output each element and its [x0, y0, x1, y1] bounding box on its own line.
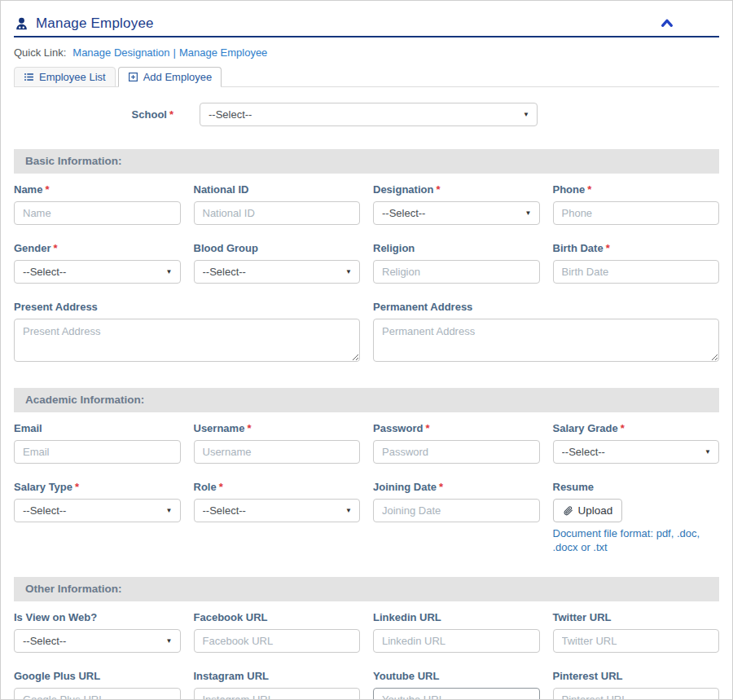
blood-group-label: Blood Group — [194, 242, 361, 254]
section-academic-information: Academic Information: — [14, 388, 719, 412]
national-id-label: National ID — [194, 183, 361, 196]
phone-input[interactable] — [553, 201, 720, 225]
tab-add-employee-label: Add Employee — [143, 71, 213, 83]
tab-employee-list[interactable]: Employee List — [14, 67, 116, 87]
quick-link-bar: Quick Link:Manage Designation|Manage Emp… — [14, 46, 719, 59]
page-title: Manage Employee — [36, 15, 154, 32]
google-plus-url-field: Google Plus URL — [14, 670, 181, 700]
twitter-url-label: Twitter URL — [553, 611, 720, 623]
linkedin-url-input[interactable] — [373, 629, 540, 653]
gender-field: Gender* --Select-- ▼ — [14, 242, 181, 284]
resume-field: Resume Upload Document file format: pdf,… — [553, 481, 720, 554]
salary-grade-field: Salary Grade* --Select-- ▼ — [553, 422, 720, 464]
password-field: Password* — [373, 422, 540, 464]
school-select[interactable]: --Select-- — [200, 103, 538, 126]
birth-date-field: Birth Date* — [553, 242, 720, 284]
youtube-url-field: Youtube URL — [373, 670, 540, 700]
email-field: Email — [14, 422, 181, 464]
is-view-on-web-label: Is View on Web? — [14, 611, 181, 623]
permanent-address-field: Permanent Address — [373, 301, 719, 365]
facebook-url-field: Facebook URL — [194, 611, 361, 653]
facebook-url-input[interactable] — [194, 629, 361, 653]
link-separator: | — [173, 46, 176, 59]
password-input[interactable] — [373, 440, 540, 464]
youtube-url-input[interactable] — [373, 688, 540, 700]
joining-date-label: Joining Date* — [373, 481, 540, 493]
youtube-url-label: Youtube URL — [373, 670, 540, 682]
required-asterisk: * — [606, 242, 610, 254]
twitter-url-input[interactable] — [553, 629, 720, 653]
required-asterisk: * — [247, 422, 251, 434]
form-row: Google Plus URL Instagram URL Youtube UR… — [14, 670, 719, 700]
employee-icon — [14, 16, 29, 32]
instagram-url-field: Instagram URL — [194, 670, 361, 700]
name-field: Name* — [14, 183, 181, 225]
designation-select[interactable]: --Select-- — [373, 201, 540, 225]
required-asterisk: * — [169, 108, 173, 121]
required-asterisk: * — [219, 481, 223, 493]
upload-button[interactable]: Upload — [553, 499, 623, 522]
permanent-address-label: Permanent Address — [373, 301, 719, 313]
salary-type-label: Salary Type* — [14, 481, 181, 493]
username-label: Username* — [194, 422, 361, 434]
salary-grade-select[interactable]: --Select-- — [553, 440, 720, 464]
birth-date-input[interactable] — [553, 260, 720, 284]
required-asterisk: * — [436, 183, 440, 196]
instagram-url-label: Instagram URL — [194, 670, 361, 682]
facebook-url-label: Facebook URL — [194, 611, 361, 623]
role-field: Role* --Select-- ▼ — [194, 481, 361, 554]
instagram-url-input[interactable] — [194, 688, 361, 700]
school-field: School* --Select-- ▼ — [14, 103, 719, 126]
present-address-textarea[interactable] — [14, 319, 360, 362]
national-id-input[interactable] — [194, 201, 361, 225]
link-manage-employee[interactable]: Manage Employee — [179, 46, 267, 59]
salary-type-select[interactable]: --Select-- — [14, 499, 181, 522]
email-input[interactable] — [14, 440, 181, 464]
form-row: Salary Type* --Select-- ▼ Role* --Select… — [14, 481, 719, 554]
linkedin-url-field: Linkedin URL — [373, 611, 540, 653]
birth-date-label: Birth Date* — [553, 242, 720, 254]
gender-select[interactable]: --Select-- — [14, 260, 181, 284]
school-label: School* — [14, 108, 173, 121]
name-input[interactable] — [14, 201, 181, 225]
resume-label: Resume — [553, 481, 720, 493]
form-row: Name* National ID Designation* --Select-… — [14, 183, 719, 225]
password-label: Password* — [373, 422, 540, 434]
pinterest-url-input[interactable] — [553, 688, 720, 700]
blood-group-select[interactable]: --Select-- — [194, 260, 361, 284]
username-input[interactable] — [194, 440, 361, 464]
section-basic-information: Basic Information: — [14, 149, 719, 174]
form-row: Gender* --Select-- ▼ Blood Group --Selec… — [14, 242, 719, 284]
salary-grade-label: Salary Grade* — [553, 422, 720, 434]
upload-button-label: Upload — [578, 504, 613, 517]
tab-bar: Employee List Add Employee — [14, 67, 719, 87]
email-label: Email — [14, 422, 181, 434]
required-asterisk: * — [45, 183, 49, 196]
linkedin-url-label: Linkedin URL — [373, 611, 540, 623]
religion-input[interactable] — [373, 260, 540, 284]
form-row: Is View on Web? --Select-- ▼ Facebook UR… — [14, 611, 719, 653]
salary-type-field: Salary Type* --Select-- ▼ — [14, 481, 181, 554]
religion-label: Religion — [373, 242, 540, 254]
is-view-on-web-select[interactable]: --Select-- — [14, 629, 181, 653]
twitter-url-field: Twitter URL — [553, 611, 720, 653]
phone-field: Phone* — [553, 183, 720, 225]
joining-date-input[interactable] — [373, 499, 540, 522]
collapse-button[interactable] — [661, 18, 674, 29]
form-row: Present Address Permanent Address — [14, 301, 719, 365]
pinterest-url-label: Pinterest URL — [553, 670, 720, 682]
role-label: Role* — [194, 481, 361, 493]
role-select[interactable]: --Select-- — [194, 499, 361, 522]
list-icon — [24, 72, 34, 82]
present-address-label: Present Address — [14, 301, 360, 313]
google-plus-url-input[interactable] — [14, 688, 181, 700]
joining-date-field: Joining Date* — [373, 481, 540, 554]
username-field: Username* — [194, 422, 361, 464]
upload-hint: Document file format: pdf, .doc, .docx o… — [553, 526, 720, 554]
tab-employee-list-label: Employee List — [39, 71, 106, 83]
tab-add-employee[interactable]: Add Employee — [118, 67, 222, 87]
permanent-address-textarea[interactable] — [373, 319, 719, 362]
link-manage-designation[interactable]: Manage Designation — [72, 46, 169, 59]
gender-label: Gender* — [14, 242, 181, 254]
header-divider — [14, 36, 719, 37]
